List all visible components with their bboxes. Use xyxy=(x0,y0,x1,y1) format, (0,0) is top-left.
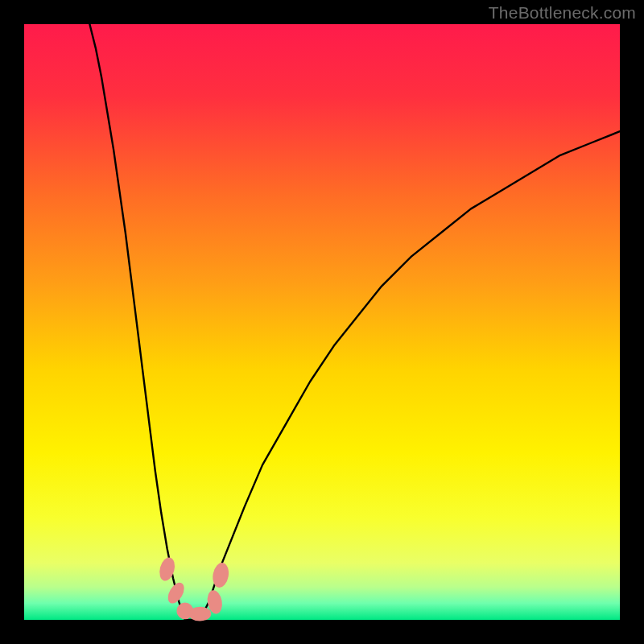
chart-frame: TheBottleneck.com xyxy=(0,0,644,644)
marker-blob xyxy=(188,607,211,621)
bottleneck-chart xyxy=(0,0,644,644)
watermark-text: TheBottleneck.com xyxy=(489,3,636,23)
plot-background xyxy=(24,24,620,620)
